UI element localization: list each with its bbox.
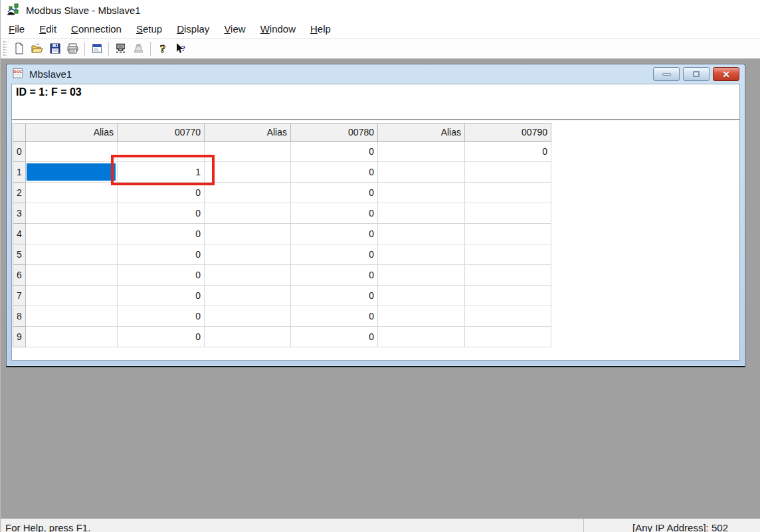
register-value-cell[interactable]: 0 — [291, 265, 378, 286]
register-value-cell[interactable] — [465, 183, 551, 203]
register-value-cell[interactable]: 0 — [118, 203, 205, 224]
register-value-cell[interactable]: 0 — [291, 327, 378, 347]
close-button[interactable]: ✕ — [713, 67, 739, 81]
column-header-alias[interactable]: Alias — [205, 124, 291, 141]
row-header[interactable]: 1 — [13, 162, 26, 183]
row-header[interactable]: 7 — [13, 286, 26, 306]
child-titlebar[interactable]: DOC Mbslave1 ✕ — [11, 64, 740, 84]
register-value-cell[interactable] — [118, 141, 205, 162]
restore-button[interactable] — [683, 67, 710, 81]
minimize-button[interactable] — [653, 67, 680, 81]
alias-cell[interactable] — [205, 183, 291, 203]
register-value-cell[interactable]: 0 — [291, 224, 378, 244]
row-header[interactable]: 6 — [13, 265, 26, 286]
alias-cell[interactable] — [26, 244, 118, 265]
alias-cell[interactable] — [205, 141, 291, 162]
column-header-alias[interactable]: Alias — [378, 124, 465, 141]
slave-definition-button[interactable] — [88, 41, 106, 57]
register-value-cell[interactable]: 0 — [118, 224, 205, 244]
status-message: For Help, press F1. — [1, 519, 583, 532]
register-value-cell[interactable] — [465, 286, 551, 306]
alias-cell[interactable] — [205, 244, 291, 265]
column-header-00780[interactable]: 00780 — [291, 124, 378, 141]
row-header[interactable]: 4 — [13, 224, 26, 244]
register-value-cell[interactable]: 0 — [291, 244, 378, 265]
menu-display[interactable]: Display — [169, 21, 217, 37]
display-communication-button[interactable] — [112, 41, 130, 57]
alias-cell[interactable] — [26, 224, 118, 244]
row-header[interactable]: 2 — [13, 183, 26, 203]
alias-cell[interactable] — [378, 265, 465, 286]
alias-cell[interactable] — [205, 224, 291, 244]
register-value-cell[interactable]: 0 — [291, 162, 378, 183]
register-value-cell[interactable] — [465, 265, 551, 286]
register-value-cell[interactable]: 0 — [291, 306, 378, 327]
alias-cell[interactable] — [378, 224, 465, 244]
column-header-alias[interactable]: Alias — [26, 124, 118, 141]
menu-file[interactable]: File — [1, 21, 32, 37]
alias-cell[interactable] — [26, 265, 118, 286]
row-header[interactable]: 8 — [13, 306, 26, 327]
menu-window[interactable]: Window — [253, 21, 303, 37]
help-button[interactable]: ? — [153, 41, 171, 57]
register-value-cell[interactable]: 0 — [118, 244, 205, 265]
alias-cell[interactable] — [378, 306, 465, 327]
register-value-cell[interactable]: 0 — [118, 265, 205, 286]
register-value-cell[interactable]: 0 — [291, 203, 378, 224]
row-header[interactable]: 3 — [13, 203, 26, 224]
register-value-cell[interactable]: 1 — [118, 162, 205, 183]
register-value-cell[interactable] — [465, 203, 551, 224]
alias-cell[interactable] — [205, 203, 291, 224]
table-row: 900 — [13, 327, 551, 347]
alias-cell[interactable] — [205, 265, 291, 286]
alias-cell[interactable] — [26, 162, 118, 183]
child-window-title: Mbslave1 — [29, 68, 72, 80]
menu-edit[interactable]: Edit — [32, 21, 64, 37]
register-value-cell[interactable] — [465, 162, 551, 183]
register-value-cell[interactable]: 0 — [118, 183, 205, 203]
register-value-cell[interactable]: 0 — [465, 141, 551, 162]
menu-setup[interactable]: Setup — [129, 21, 169, 37]
open-file-button[interactable] — [28, 41, 46, 57]
print-button[interactable] — [64, 41, 82, 57]
menu-view[interactable]: View — [217, 21, 252, 37]
column-header-00790[interactable]: 00790 — [465, 124, 551, 141]
register-value-cell[interactable] — [465, 244, 551, 265]
alias-cell[interactable] — [378, 162, 465, 183]
alias-cell[interactable] — [26, 203, 118, 224]
alias-cell[interactable] — [378, 203, 465, 224]
register-value-cell[interactable]: 0 — [118, 306, 205, 327]
alias-cell[interactable] — [26, 327, 118, 347]
menu-help[interactable]: Help — [303, 21, 338, 37]
row-header[interactable]: 0 — [13, 141, 26, 162]
register-value-cell[interactable]: 0 — [291, 286, 378, 306]
new-file-button[interactable] — [10, 41, 28, 57]
register-value-cell[interactable]: 0 — [291, 141, 378, 162]
column-header-00770[interactable]: 00770 — [118, 124, 205, 141]
alias-cell[interactable] — [205, 327, 291, 347]
register-value-cell[interactable] — [465, 224, 551, 244]
alias-cell[interactable] — [26, 183, 118, 203]
alias-cell[interactable] — [205, 306, 291, 327]
alias-cell[interactable] — [378, 286, 465, 306]
alias-cell[interactable] — [26, 141, 118, 162]
alias-cell[interactable] — [378, 327, 465, 347]
alias-cell[interactable] — [378, 183, 465, 203]
context-help-button[interactable]: ? — [171, 41, 189, 57]
row-header[interactable]: 5 — [13, 244, 26, 265]
save-button[interactable] — [46, 41, 64, 57]
alias-cell[interactable] — [378, 141, 465, 162]
menu-connection[interactable]: Connection — [64, 21, 129, 37]
register-value-cell[interactable] — [465, 306, 551, 327]
alias-cell[interactable] — [205, 286, 291, 306]
alias-cell[interactable] — [26, 306, 118, 327]
row-header[interactable]: 9 — [13, 327, 26, 347]
alias-cell[interactable] — [26, 286, 118, 306]
register-value-cell[interactable]: 0 — [118, 327, 205, 347]
alias-cell[interactable] — [378, 244, 465, 265]
alias-cell[interactable] — [205, 162, 291, 183]
register-value-cell[interactable] — [465, 327, 551, 347]
register-value-cell[interactable]: 0 — [118, 286, 205, 306]
toolbar-grip[interactable] — [3, 41, 7, 56]
register-value-cell[interactable]: 0 — [291, 183, 378, 203]
